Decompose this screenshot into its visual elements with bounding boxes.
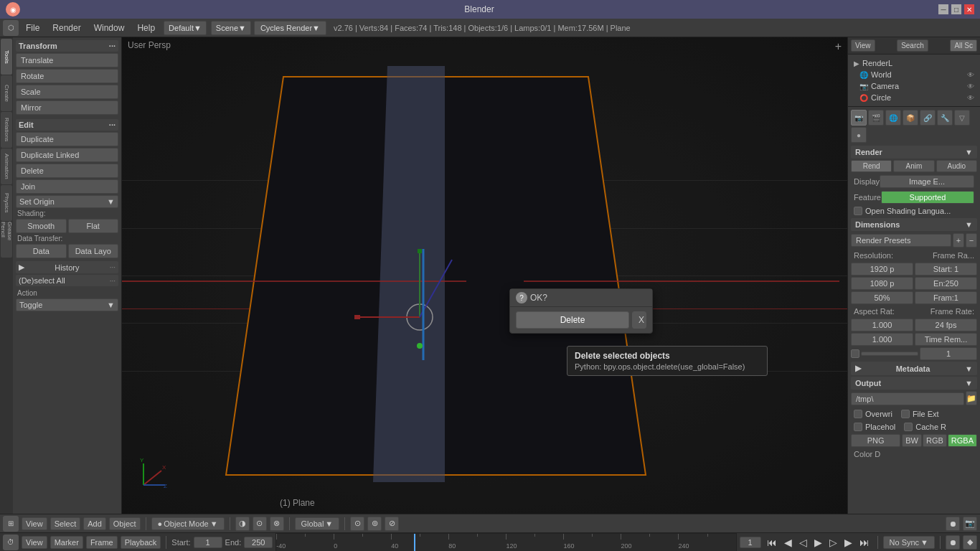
modifier-props-icon[interactable]: 🔧 [937,110,953,126]
fps-field[interactable]: 24 fps [915,319,977,331]
res-y-field[interactable]: 1080 p [851,277,913,290]
mirror-button[interactable]: Mirror [16,100,118,115]
rgba-field[interactable]: RGBA [948,434,977,447]
frame-step-val[interactable]: 1 [920,347,977,360]
png-field[interactable]: PNG [851,434,900,447]
output-section-header[interactable]: Output ▼ [851,377,977,390]
tab-tools[interactable]: Tools [1,39,12,75]
audio-tab[interactable]: Audio [936,160,977,172]
output-path-field[interactable]: /tmp\ [851,392,964,405]
search-btn[interactable]: Search [897,39,928,52]
sync-selector[interactable]: No Sync ▼ [883,536,935,549]
render-presets-field[interactable]: Render Presets [851,234,951,247]
transform-header[interactable]: Transform ··· [16,40,118,52]
prev-frame-btn[interactable]: ◁ [796,535,810,550]
scene-props-icon[interactable]: 🎬 [868,110,884,126]
rotate-button[interactable]: Rotate [16,69,118,83]
rgb-field[interactable]: RGB [923,434,947,447]
fram-field[interactable]: Fram:1 [915,291,977,304]
metadata-section-header[interactable]: ▶ Metadata ▼ [851,362,977,375]
viewport-overlay-btn[interactable]: ⊙ [253,517,267,531]
record-anim-btn[interactable]: ⏺ [946,535,960,550]
placeholder-checkbox[interactable] [854,423,862,431]
aspect-x-field[interactable]: 1.000 [851,319,913,331]
start-frame-input[interactable] [194,537,222,548]
cache-r-checkbox[interactable] [904,423,913,431]
select-dropdown[interactable]: Select [50,517,81,530]
browse-output-btn[interactable]: 📁 [966,391,977,405]
camera-btn[interactable]: 📷 [963,517,977,531]
smooth-button[interactable]: Smooth [16,219,67,233]
overwrite-checkbox[interactable] [854,410,862,418]
file-ext-checkbox[interactable] [901,410,910,418]
rend-tab[interactable]: Rend [851,160,892,172]
view-dropdown[interactable]: View [22,517,47,530]
display-value[interactable]: Image E... [880,175,974,188]
data-button[interactable]: Data [16,244,67,258]
render-props-icon[interactable]: 📷 [851,110,867,126]
mode-selector[interactable]: ● Object Mode ▼ [151,517,225,530]
data-layo-button[interactable]: Data Layo [68,244,119,258]
camera-item[interactable]: 📷 Camera 👁 [851,80,977,92]
all-sc-btn[interactable]: All Sc [950,39,977,52]
keyframe-btn[interactable]: ◆ [963,535,977,550]
tab-animation[interactable]: Animation [1,149,12,184]
world-props-icon[interactable]: 🌐 [885,110,901,126]
material-props-icon[interactable]: ● [851,127,867,143]
tab-physics[interactable]: Physics [1,185,12,221]
toggle-select[interactable]: Toggle ▼ [16,298,118,311]
transform-orientation[interactable]: Global ▼ [295,517,340,530]
res-x-field[interactable]: 1920 p [851,263,913,276]
layout-selector[interactable]: Default ▼ [164,21,207,35]
render-layer-item[interactable]: ▶ RenderL [851,57,977,69]
timeline-view-btn[interactable]: View [22,536,47,549]
snap-btn[interactable]: ⊙ [350,517,364,531]
timeline-playback-btn[interactable]: Playback [121,536,161,549]
view-btn[interactable]: View [851,39,875,52]
history-section[interactable]: ▶ History ··· [16,261,118,273]
presets-plus[interactable]: + [953,233,964,248]
set-origin-select[interactable]: Set Origin ▼ [16,195,118,208]
timeline-frame-btn[interactable]: Frame [86,536,118,549]
current-frame-input[interactable] [740,537,761,548]
dimensions-section-header[interactable]: Dimensions ▼ [851,218,977,231]
scale-button[interactable]: Scale [16,85,118,99]
jump-start-btn[interactable]: ⏮ [764,535,780,550]
proportional-btn[interactable]: ⊚ [367,517,382,531]
object-dropdown[interactable]: Object [109,517,141,530]
edit-header[interactable]: Edit ··· [16,119,118,131]
frame-step-checkbox[interactable] [851,349,859,358]
deselect-all-section[interactable]: (De)select All ··· [16,275,118,286]
maximize-button[interactable]: □ [951,4,961,14]
data-props-icon[interactable]: ▽ [954,110,970,126]
add-dropdown[interactable]: Add [83,517,106,530]
duplicate-linked-button[interactable]: Duplicate Linked [16,148,118,162]
mirror-btn[interactable]: ⊘ [385,517,399,531]
anim-tab[interactable]: Anim [893,160,934,172]
duplicate-button[interactable]: Duplicate [16,132,118,146]
object-props-icon[interactable]: 📦 [903,110,918,126]
next-frame-btn[interactable]: ▷ [826,535,840,550]
presets-minus[interactable]: − [966,233,977,248]
time-rem-field[interactable]: Time Rem... [915,333,977,346]
jump-end-btn[interactable]: ⏭ [857,535,872,550]
feature-value[interactable]: Supported [881,191,974,204]
viewport[interactable]: User Persp + X Y Z (1) Plane ? OK? Delet… [122,37,847,514]
close-button[interactable]: ✕ [964,4,974,14]
translate-button[interactable]: Translate [16,53,118,67]
tab-create[interactable]: Create [1,75,12,111]
flat-button[interactable]: Flat [68,219,119,233]
world-item[interactable]: 🌐 World 👁 [851,69,977,80]
dialog-delete-button[interactable]: Delete [516,311,629,329]
play-btn[interactable]: ▶ [811,535,825,550]
frame-step-field[interactable] [861,352,918,356]
res-percent-field[interactable]: 50% [851,291,913,304]
end-frame-input[interactable] [244,537,273,548]
file-menu[interactable]: File [20,22,45,34]
help-menu[interactable]: Help [131,22,161,34]
open-shading-checkbox[interactable] [854,207,862,215]
join-button[interactable]: Join [16,179,118,194]
aspect-y-field[interactable]: 1.000 [851,333,913,346]
constraint-props-icon[interactable]: 🔗 [920,110,936,126]
prev-keyframe-btn[interactable]: ◀ [781,535,795,550]
